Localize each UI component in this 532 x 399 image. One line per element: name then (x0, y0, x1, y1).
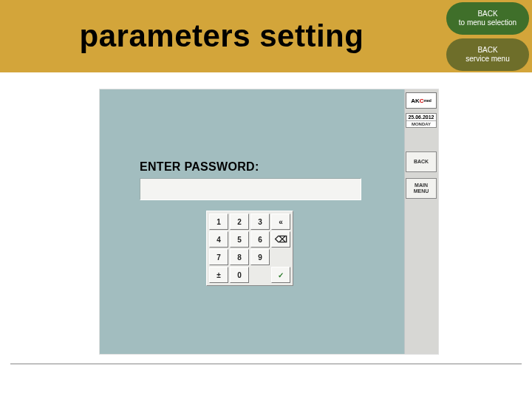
date-day: MONDAY (406, 121, 436, 127)
key-0[interactable]: 0 (230, 267, 249, 283)
header: parameters setting BACK to menu selectio… (0, 0, 532, 72)
device-side-panel: AKCmed 25.06.2012 MONDAY BACK MAIN MENU (404, 89, 438, 354)
brand-logo: AKCmed (406, 92, 437, 109)
page: parameters setting BACK to menu selectio… (0, 0, 532, 399)
device-main-area: ENTER PASSWORD: 1 2 3 « 4 5 6 ⌫ 7 8 9 ± (100, 89, 404, 354)
key-8[interactable]: 8 (230, 249, 249, 265)
backspace-icon: ⌫ (275, 234, 287, 245)
key-6[interactable]: 6 (250, 231, 270, 248)
check-icon: ✓ (278, 271, 284, 279)
password-input[interactable] (140, 178, 361, 200)
key-plusminus[interactable]: ± (209, 267, 228, 283)
pill-line2: to menu selection (459, 18, 516, 27)
device-main-menu-button[interactable]: MAIN MENU (406, 178, 437, 199)
key-clear[interactable]: « (271, 214, 290, 230)
key-2[interactable]: 2 (230, 214, 249, 230)
device-screenshot: ENTER PASSWORD: 1 2 3 « 4 5 6 ⌫ 7 8 9 ± (99, 89, 439, 355)
back-menu-selection-button[interactable]: BACK to menu selection (446, 2, 529, 35)
footer-divider (10, 364, 522, 364)
key-3[interactable]: 3 (250, 214, 270, 230)
logo-part1: AK (411, 98, 420, 104)
password-prompt: ENTER PASSWORD: (140, 160, 259, 174)
pill-line1: BACK (477, 46, 497, 55)
header-title-area: parameters setting (0, 0, 443, 72)
back-service-menu-button[interactable]: BACK service menu (446, 38, 529, 71)
date-display: 25.06.2012 MONDAY (406, 113, 437, 128)
key-5[interactable]: 5 (230, 231, 249, 248)
logo-sup: med (424, 98, 432, 103)
key-9[interactable]: 9 (250, 249, 270, 265)
pill-line2: service menu (466, 55, 509, 64)
pill-line1: BACK (477, 10, 497, 18)
numeric-keypad: 1 2 3 « 4 5 6 ⌫ 7 8 9 ± 0 ✓ (206, 211, 293, 286)
date-value: 25.06.2012 (406, 114, 436, 121)
key-enter[interactable]: ✓ (271, 267, 290, 283)
key-7[interactable]: 7 (209, 249, 228, 265)
key-1[interactable]: 1 (209, 214, 228, 230)
device-back-button[interactable]: BACK (406, 151, 437, 172)
page-title: parameters setting (80, 18, 364, 54)
key-backspace[interactable]: ⌫ (271, 231, 290, 248)
key-4[interactable]: 4 (209, 231, 228, 248)
keypad-grid: 1 2 3 « 4 5 6 ⌫ 7 8 9 ± 0 ✓ (209, 214, 290, 283)
